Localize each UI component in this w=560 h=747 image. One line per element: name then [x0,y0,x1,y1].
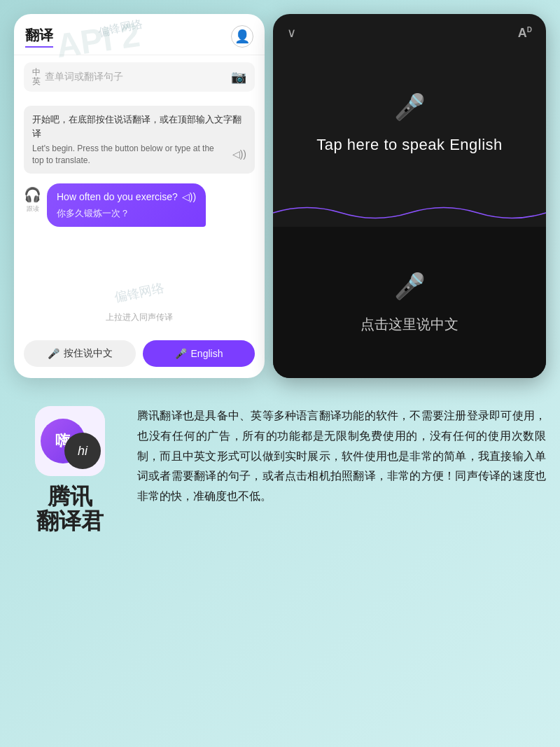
bottom-section: 嗨 hi 腾讯 翻译君 腾讯翻译也是具备中、英等多种语言翻译功能的软件，不需要注… [0,392,560,547]
auto-translate-icon: AD [518,26,532,41]
speak-english-button[interactable]: 🎤 English [143,340,255,367]
mic-icon-english: 🎤 [394,92,426,122]
speaker-icon-small: ◁)) [232,148,246,162]
app-icon-inner: 嗨 hi [35,406,105,476]
tap-to-speak-chinese: 点击这里说中文 [360,315,458,334]
user-bubble: How often do you exercise? ◁)) 你多久锻炼一次？ [47,183,206,227]
headphone-icon: 🎧 [24,186,41,203]
chevron-down-icon[interactable]: ∨ [287,25,296,41]
bubble-right: hi [64,433,101,469]
headphone-label: 跟读 [27,204,39,214]
lang-indicator: 中 英 [32,68,41,86]
bottom-buttons: 🎤 按住说中文 🎤 English [14,340,265,367]
app-title: 翻译 [25,26,53,48]
watermark-phone-mid: 偏锋网络 [113,279,165,306]
phone-right: ∨ AD 🎤 Tap here to speak English 🎤 点击这里说… [273,14,546,378]
left-column: 嗨 hi 腾讯 翻译君 [14,406,126,533]
phone-right-header: ∨ AD [273,14,546,48]
chat-area: 开始吧，在底部按住说话翻译，或在顶部输入文字翻译 Let's begin. Pr… [14,99,265,240]
swipe-hint: 上拉进入同声传译 [14,312,265,323]
mic-icon-zh: 🎤 [48,348,59,359]
bubble-zh: 你多久锻炼一次？ [57,207,196,220]
search-placeholder: 查单词或翻译句子 [45,71,123,83]
headphone-icon-area: 🎧 跟读 [24,186,41,214]
header-title-area: 翻译 [25,26,53,48]
speak-chinese-button[interactable]: 🎤 按住说中文 [24,340,136,367]
description-text: 腾讯翻译也是具备中、英等多种语言翻译功能的软件，不需要注册登录即可使用，也没有任… [126,406,546,533]
mic-icon-en: 🎤 [175,348,187,359]
system-msg-en: Let's begin. Press the button below or t… [32,143,246,167]
search-bar[interactable]: 中 英 查单词或翻译句子 📷 [24,62,255,92]
search-bar-left: 中 英 查单词或翻译句子 [32,68,123,86]
phone-left: 偏锋网络 翻译 👤 中 英 查单词或翻译句子 📷 [14,14,265,378]
phones-section: 偏锋网络 翻译 👤 中 英 查单词或翻译句子 📷 [0,0,560,392]
system-msg-zh: 开始吧，在底部按住说话翻译，或在顶部输入文字翻译 [32,113,246,140]
avatar-icon[interactable]: 👤 [231,25,253,48]
tap-to-speak-english: Tap here to speak English [316,136,503,154]
camera-icon[interactable]: 📷 [231,69,246,85]
user-message-row: 🎧 跟读 How often do you exercise? ◁)) 你多久锻… [24,183,255,227]
system-message: 开始吧，在底部按住说话翻译，或在顶部输入文字翻译 Let's begin. Pr… [24,106,255,174]
phone-right-top[interactable]: 🎤 Tap here to speak English [273,48,546,199]
phone-right-bottom[interactable]: 🎤 点击这里说中文 [273,227,546,378]
bubble-en: How often do you exercise? ◁)) [57,190,196,204]
wave-divider [273,199,546,227]
app-name: 腾讯 翻译君 [36,484,104,533]
phone-left-header: 翻译 👤 [14,14,265,55]
app-icon: 嗨 hi [35,406,105,476]
bubble-right-text: hi [78,444,88,459]
bubble-speaker-icon: ◁)) [182,190,196,204]
mic-icon-chinese: 🎤 [394,272,426,301]
